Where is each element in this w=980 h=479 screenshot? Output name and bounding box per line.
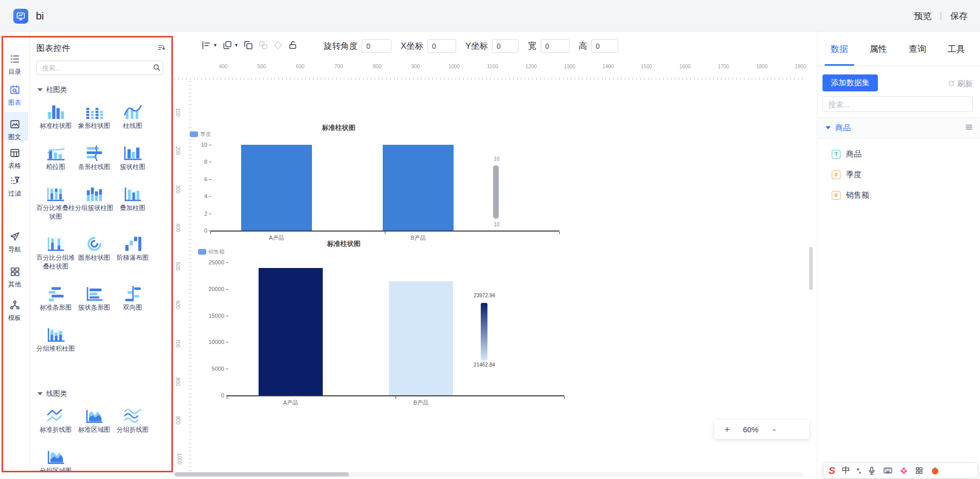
sidebar-item-catalog[interactable]: 目录	[0, 53, 29, 76]
widget-item[interactable]: 簇状柱图	[113, 143, 152, 171]
collapse-panel-icon[interactable]	[158, 44, 166, 54]
field-list-icon[interactable]	[965, 123, 973, 133]
sidebar-item-table[interactable]: 表格	[0, 147, 29, 170]
toolbar-field-input[interactable]	[362, 39, 391, 53]
y-axis-tick-label: 20000	[198, 286, 224, 292]
widget-item[interactable]: 条形柱线图	[75, 143, 113, 171]
sidebar-item-other[interactable]: 其他	[0, 266, 29, 289]
widget-item-label: 柱线图	[113, 122, 152, 130]
sidebar-item-charts[interactable]: 图表	[0, 84, 29, 107]
sidebar-item-template[interactable]: 模板	[0, 299, 29, 322]
toolbar-field-input[interactable]	[591, 39, 618, 53]
widget-panel-title: 图表控件	[36, 43, 70, 54]
dataset-search-input[interactable]	[822, 97, 973, 112]
group-icon	[258, 40, 268, 50]
toolbar-field-input[interactable]	[492, 39, 519, 53]
widget-item[interactable]: 百分比分组堆叠柱状图	[36, 234, 75, 271]
widget-item[interactable]: 分组区域图	[36, 447, 75, 472]
toolbar-field-input[interactable]	[427, 39, 456, 53]
zoom-out-button[interactable]: -	[771, 424, 778, 435]
y-axis-tick-label: 0	[181, 227, 207, 234]
tab-数据[interactable]: 数据	[831, 32, 848, 66]
number-field-icon: #	[832, 191, 840, 200]
bar-A产品	[241, 145, 312, 231]
app-title: bi	[36, 10, 44, 22]
ruler-label: 1500	[641, 64, 652, 69]
widget-item[interactable]: 柱线图	[113, 102, 152, 130]
keyboard-icon[interactable]	[883, 466, 893, 475]
area-standard-icon	[75, 406, 113, 424]
filter-icon	[9, 179, 21, 188]
section-header-line-charts[interactable]: 线图类	[37, 389, 166, 398]
widget-item[interactable]: 标准柱状图	[36, 102, 75, 130]
bidirectional-icon	[113, 283, 152, 302]
search-icon[interactable]	[152, 63, 161, 74]
visualmap-gradient[interactable]	[481, 303, 487, 360]
preview-button[interactable]: 预览	[914, 10, 932, 22]
widget-item[interactable]: 象形柱状图	[75, 102, 113, 130]
sidebar-item-label: 过滤	[0, 189, 29, 198]
widget-grid: 标准柱状图象形柱状图柱线图柏拉图条形柱线图簇状柱图百分比堆叠柱状图分组簇状柱图叠…	[36, 102, 166, 366]
y-axis-tick-label: 5000	[198, 366, 224, 372]
toolbox-grid-icon[interactable]	[915, 466, 924, 475]
add-dataset-button[interactable]: 添加数据集	[822, 74, 878, 91]
widget-item[interactable]: 标准区域图	[75, 406, 113, 434]
vertical-scrollbar-thumb[interactable]	[809, 247, 813, 290]
toolbar-field-0: 旋转角度	[324, 39, 391, 53]
unlock-icon[interactable]	[288, 40, 298, 50]
dataset-field-季度[interactable]: #季度	[817, 164, 980, 185]
align-icon[interactable]: ▼	[201, 40, 218, 50]
legend-swatch-icon[interactable]	[190, 131, 198, 137]
tab-工具[interactable]: 工具	[948, 32, 965, 66]
y-axis-tick-label: 4	[181, 193, 207, 199]
sogou-logo-icon[interactable]: S	[829, 465, 835, 476]
bring-front-icon[interactable]	[243, 40, 253, 50]
tomato-icon[interactable]	[930, 466, 940, 475]
refresh-button[interactable]: 刷新	[948, 79, 973, 89]
layer-icon[interactable]: ▼	[222, 40, 239, 50]
widget-item-label: 条形柱线图	[75, 163, 113, 171]
chinese-mode-icon[interactable]: 中	[842, 465, 850, 476]
sidebar-item-richtext[interactable]: 图文	[0, 119, 29, 142]
widget-item[interactable]: 叠加柱图	[113, 184, 152, 221]
line-standard-icon	[36, 406, 75, 424]
punctuation-icon[interactable]: °,	[857, 467, 860, 474]
widget-item[interactable]: 柏拉图	[36, 143, 75, 171]
widget-item[interactable]: 分组堆积柱图	[36, 324, 75, 353]
zoom-in-button[interactable]: +	[723, 424, 731, 435]
sidebar-item-filter[interactable]: 过滤	[0, 175, 29, 198]
widget-item[interactable]: 阶梯瀑布图	[113, 234, 152, 271]
dataset-field-商品[interactable]: T商品	[817, 144, 980, 164]
y-axis-tick-label: 2	[181, 210, 207, 217]
widget-item[interactable]: 标准折线图	[36, 406, 75, 434]
chart-title: 标准柱状图	[322, 123, 356, 132]
dataset-row[interactable]: 商品	[817, 117, 980, 139]
grouped-cluster-icon	[75, 184, 113, 202]
widget-search-input[interactable]	[36, 61, 163, 75]
datazoom-slider[interactable]	[493, 165, 499, 219]
flower-icon[interactable]	[899, 466, 908, 475]
widget-item-label: 象形柱状图	[75, 122, 113, 130]
microphone-icon[interactable]	[867, 466, 876, 475]
left-nav-rail: 目录图表图文表格过滤导航其他模板	[0, 32, 29, 472]
save-button[interactable]: 保存	[950, 10, 968, 22]
widget-item[interactable]: 圆形柱状图	[75, 234, 113, 271]
widget-item[interactable]: 分组折线图	[113, 406, 152, 434]
legend-label: 季度	[200, 131, 211, 138]
toolbar-field-input[interactable]	[541, 39, 570, 53]
dataset-field-销售额[interactable]: #销售额	[817, 185, 980, 205]
legend-swatch-icon[interactable]	[198, 249, 206, 255]
widget-item[interactable]: 簇状条形图	[75, 283, 113, 312]
tab-查询[interactable]: 查询	[909, 32, 926, 66]
widget-item[interactable]: 百分比堆叠柱状图	[36, 184, 75, 221]
tab-属性[interactable]: 属性	[870, 32, 887, 66]
widget-item-label: 双向图	[113, 303, 152, 312]
sidebar-item-navigate[interactable]: 导航	[0, 231, 29, 254]
widget-item[interactable]: 标准条形图	[36, 283, 75, 312]
widget-item[interactable]: 双向图	[113, 283, 152, 312]
horizontal-scrollbar-thumb[interactable]	[174, 472, 349, 476]
widget-item-label: 标准折线图	[36, 426, 75, 434]
widget-item-label: 百分比堆叠柱状图	[36, 204, 75, 221]
widget-item[interactable]: 分组簇状柱图	[75, 184, 113, 221]
section-header-column-charts[interactable]: 柱图类	[37, 85, 166, 94]
